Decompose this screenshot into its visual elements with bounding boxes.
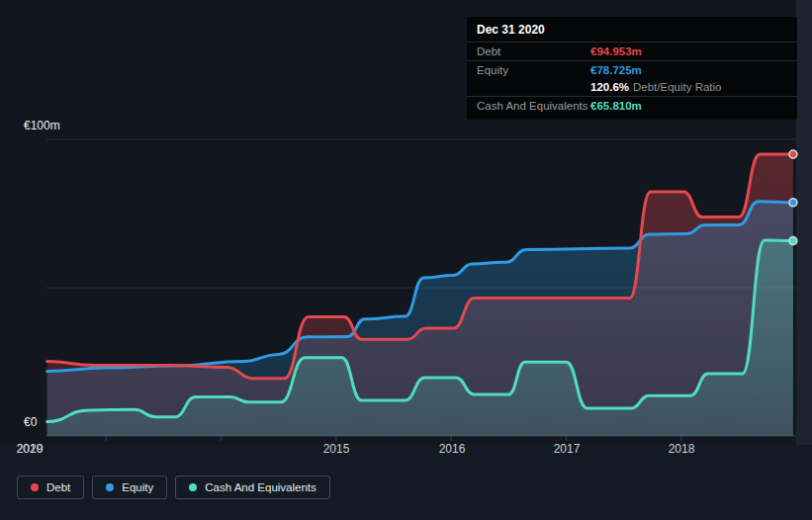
tooltip-debt-value: €94.953m [590,45,642,58]
x-axis-label-2015: 2015 [307,442,366,456]
legend-item-equity[interactable]: Equity [92,476,167,499]
legend-item-label: Cash And Equivalents [205,481,316,493]
tooltip-equity-label: Equity [477,64,590,77]
cash-series-dot-icon [189,483,197,491]
tooltip-cash-label: Cash And Equivalents [477,100,590,113]
tooltip-ratio-value: 120.6% [590,81,629,94]
plot-right-strip [796,0,812,445]
y-axis-label-100m: €100m [24,119,60,132]
legend-item-label: Debt [46,481,70,493]
equity-series-dot-icon [106,483,114,491]
hover-tooltip: Dec 31 2020 Debt €94.953m Equity €78.725… [467,17,797,120]
tooltip-equity-value: €78.725m [590,64,642,77]
debt-series-dot-icon [31,483,39,491]
legend-item-label: Equity [122,481,153,493]
tooltip-debt-row: Debt €94.953m [467,42,797,60]
tooltip-cash-row: Cash And Equivalents €65.810m [467,96,797,115]
legend-item-debt[interactable]: Debt [17,476,84,499]
debt-equity-history-panel: €100m €0 2015 2016 2017 2018 2019 2020 D… [0,0,812,520]
x-axis-label-2018: 2018 [652,442,711,456]
x-axis-label-2020: 2020 [0,442,59,456]
legend-item-cash[interactable]: Cash And Equivalents [175,476,330,499]
tooltip-date: Dec 31 2020 [467,17,797,42]
y-axis-label-0: €0 [24,415,37,429]
tooltip-ratio-label: Debt/Equity Ratio [633,81,722,94]
x-axis-label-2017: 2017 [537,442,596,456]
tooltip-equity-row: Equity €78.725m [467,60,797,79]
tooltip-ratio-row: 120.6% Debt/Equity Ratio [467,79,797,96]
x-axis-label-2016: 2016 [422,442,482,456]
chart-legend: Debt Equity Cash And Equivalents [17,476,338,499]
tooltip-debt-label: Debt [477,45,590,58]
tooltip-cash-value: €65.810m [590,100,642,113]
